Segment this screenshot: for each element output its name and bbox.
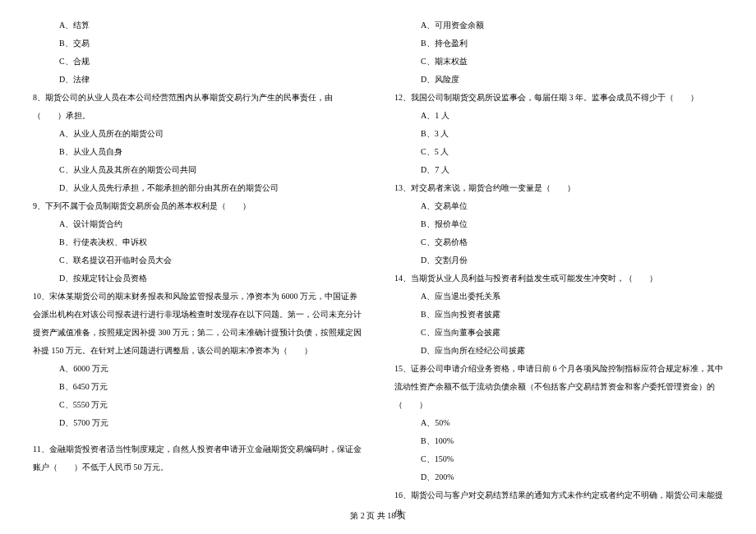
q8-option-a: A、从业人员所在的期货公司 — [33, 125, 362, 143]
q10-option-b: B、6450 万元 — [33, 378, 362, 396]
q7-option-d: D、法律 — [33, 71, 362, 89]
q9-option-d: D、按规定转让会员资格 — [33, 269, 362, 288]
q11-option-a: A、可用资金余额 — [394, 16, 723, 35]
left-column: A、结算 B、交易 C、合规 D、法律 8、期货公司的从业人员在本公司经营范围内… — [33, 16, 366, 493]
q11-option-d: D、风险度 — [394, 71, 723, 89]
page-footer: 第 2 页 共 18 页 — [0, 510, 756, 522]
q10-option-a: A、6000 万元 — [33, 360, 362, 378]
q8-option-d: D、从业人员先行承担，不能承担的部分由其所在的期货公司 — [33, 179, 362, 197]
q11-option-c: C、期末权益 — [394, 53, 723, 71]
q9-option-b: B、行使表决权、申诉权 — [33, 233, 362, 251]
q15-option-d: D、200% — [394, 468, 723, 486]
q12-option-b: B、3 人 — [394, 125, 723, 143]
q10-option-d: D、5700 万元 — [33, 414, 362, 432]
q12-option-d: D、7 人 — [394, 161, 723, 179]
q10-option-c: C、5550 万元 — [33, 396, 362, 414]
q11-text: 11、金融期货投资者适当性制度规定，自然人投资者申请开立金融期货交易编码时，保证… — [33, 440, 362, 476]
q12-text: 12、我国公司制期货交易所设监事会，每届任期 3 年。监事会成员不得少于（ ） — [394, 89, 723, 107]
q12-option-c: C、5 人 — [394, 143, 723, 161]
q15-option-a: A、50% — [394, 414, 723, 432]
q10-text: 10、宋体某期货公司的期末财务报表和风险监管报表显示，净资本为 6000 万元，… — [33, 288, 362, 360]
right-column: A、可用资金余额 B、持仓盈利 C、期末权益 D、风险度 12、我国公司制期货交… — [390, 16, 723, 493]
q13-text: 13、对交易者来说，期货合约唯一变量是（ ） — [394, 179, 723, 197]
q13-option-c: C、交易价格 — [394, 233, 723, 251]
q11-option-b: B、持仓盈利 — [394, 35, 723, 53]
q9-option-c: C、联名提议召开临时会员大会 — [33, 251, 362, 269]
q15-option-c: C、150% — [394, 450, 723, 468]
q14-option-b: B、应当向投资者披露 — [394, 306, 723, 324]
q7-option-c: C、合规 — [33, 53, 362, 71]
q8-option-b: B、从业人员自身 — [33, 143, 362, 161]
q15-text: 15、证券公司申请介绍业务资格，申请日前 6 个月各项风险控制指标应符合规定标准… — [394, 360, 723, 414]
q7-option-b: B、交易 — [33, 35, 362, 53]
q7-option-a: A、结算 — [33, 16, 362, 35]
q12-option-a: A、1 人 — [394, 107, 723, 125]
q14-text: 14、当期货从业人员利益与投资者利益发生或可能发生冲突时，（ ） — [394, 269, 723, 288]
q8-option-c: C、从业人员及其所在的期货公司共同 — [33, 161, 362, 179]
q9-option-a: A、设计期货合约 — [33, 215, 362, 233]
q14-option-c: C、应当向董事会披露 — [394, 324, 723, 342]
q13-option-b: B、报价单位 — [394, 215, 723, 233]
q9-text: 9、下列不属于会员制期货交易所会员的基本权利是（ ） — [33, 197, 362, 215]
q14-option-d: D、应当向所在经纪公司披露 — [394, 342, 723, 360]
q13-option-d: D、交割月份 — [394, 251, 723, 269]
q14-option-a: A、应当退出委托关系 — [394, 288, 723, 306]
q15-option-b: B、100% — [394, 432, 723, 450]
q8-text: 8、期货公司的从业人员在本公司经营范围内从事期货交易行为产生的民事责任，由（ ）… — [33, 89, 362, 125]
q13-option-a: A、交易单位 — [394, 197, 723, 215]
page-content: A、结算 B、交易 C、合规 D、法律 8、期货公司的从业人员在本公司经营范围内… — [33, 16, 723, 493]
